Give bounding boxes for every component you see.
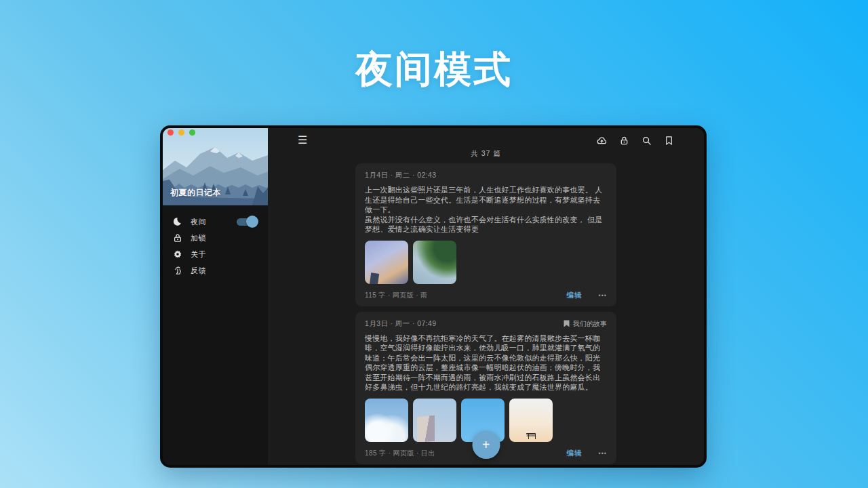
topbar-actions: [597, 136, 674, 146]
photo-row: [365, 241, 607, 284]
diary-entry-card[interactable]: 1月4日 · 周二 · 02:43 上一次翻出这些照片还是三年前，人生也好工作也…: [355, 163, 616, 306]
edit-button[interactable]: 编辑: [567, 449, 583, 458]
sidebar-item-label: 夜间: [191, 217, 206, 227]
sidebar-menu: 夜间 加锁 关于: [163, 205, 268, 279]
moon-icon: [172, 216, 183, 227]
entry-text: 上一次翻出这些照片还是三年前，人生也好工作也好喜欢的事也罢。 人生还是得给自己一…: [365, 185, 607, 215]
maximize-window-button[interactable]: [189, 129, 195, 136]
sidebar-item-label: 加锁: [191, 233, 206, 243]
diary-feed: 1月4日 · 周二 · 02:43 上一次翻出这些照片还是三年前，人生也好工作也…: [268, 163, 704, 465]
entry-header: 1月4日 · 周二 · 02:43: [365, 171, 607, 180]
sidebar-item-night-mode[interactable]: 夜间: [163, 214, 268, 230]
entry-tag[interactable]: 我们的故事: [564, 319, 607, 329]
minimize-window-button[interactable]: [178, 129, 184, 136]
sidebar-item-lock[interactable]: 加锁: [163, 230, 268, 246]
sidebar: 初夏的日记本 夜间 加锁: [163, 128, 268, 465]
bookmark-icon[interactable]: [664, 136, 674, 146]
close-window-button[interactable]: [167, 129, 174, 136]
more-options-icon[interactable]: •••: [599, 450, 607, 457]
lock-icon[interactable]: [619, 136, 629, 146]
menu-icon[interactable]: ☰: [298, 135, 307, 146]
more-options-icon[interactable]: •••: [599, 292, 607, 299]
feedback-icon: [172, 265, 183, 276]
edit-button[interactable]: 编辑: [567, 291, 583, 300]
bookmark-tag-icon: [564, 320, 570, 327]
entry-meta: 185 字 · 网页版 · 日出: [365, 449, 435, 458]
app-window-content: 初夏的日记本 夜间 加锁: [163, 128, 704, 465]
sidebar-item-label: 反馈: [191, 266, 206, 276]
entry-tag-label: 我们的故事: [573, 319, 607, 329]
sidebar-item-label: 关于: [191, 249, 206, 260]
entry-header: 1月3日 · 周一 · 07:49 我们的故事: [365, 319, 607, 329]
gear-icon: [172, 249, 183, 260]
cloud-upload-icon[interactable]: [597, 136, 607, 146]
photo-thumbnail[interactable]: [413, 399, 456, 442]
entry-date: 1月4日 · 周二 · 02:43: [365, 171, 436, 180]
sidebar-item-about[interactable]: 关于: [163, 246, 268, 262]
entry-text: 慢慢地，我好像不再抗拒寒冷的天气了。在起雾的清晨散步去买一杯咖啡，空气湿润得好像…: [365, 333, 607, 392]
entry-text: 虽然说并没有什么意义，也许也不会对生活有什么实质性的改变， 但是梦想、爱情之流确…: [365, 215, 607, 235]
search-icon[interactable]: [642, 136, 652, 146]
entry-date: 1月3日 · 周一 · 07:49: [365, 319, 436, 329]
night-mode-toggle[interactable]: [235, 215, 258, 228]
photo-thumbnail[interactable]: [365, 399, 408, 442]
app-window: 初夏的日记本 夜间 加锁: [160, 125, 707, 468]
entry-meta: 115 字 · 网页版 · 雨: [365, 291, 428, 300]
entry-count: 共 37 篇: [268, 149, 704, 159]
entry-footer: 115 字 · 网页版 · 雨 编辑 •••: [365, 291, 607, 300]
page-title: 夜间模式: [0, 45, 868, 95]
diary-title: 初夏的日记本: [170, 187, 221, 199]
main-content: ☰ 共 37 篇: [268, 128, 704, 465]
photo-thumbnail[interactable]: [413, 241, 456, 284]
sidebar-header-image: 初夏的日记本: [163, 128, 268, 205]
window-controls: [167, 129, 195, 136]
toggle-knob: [246, 216, 258, 228]
photo-thumbnail[interactable]: [365, 241, 408, 284]
photo-thumbnail[interactable]: [509, 399, 553, 442]
sidebar-item-feedback[interactable]: 反馈: [163, 262, 268, 279]
add-entry-button[interactable]: +: [472, 431, 500, 459]
lock-icon: [172, 232, 183, 243]
